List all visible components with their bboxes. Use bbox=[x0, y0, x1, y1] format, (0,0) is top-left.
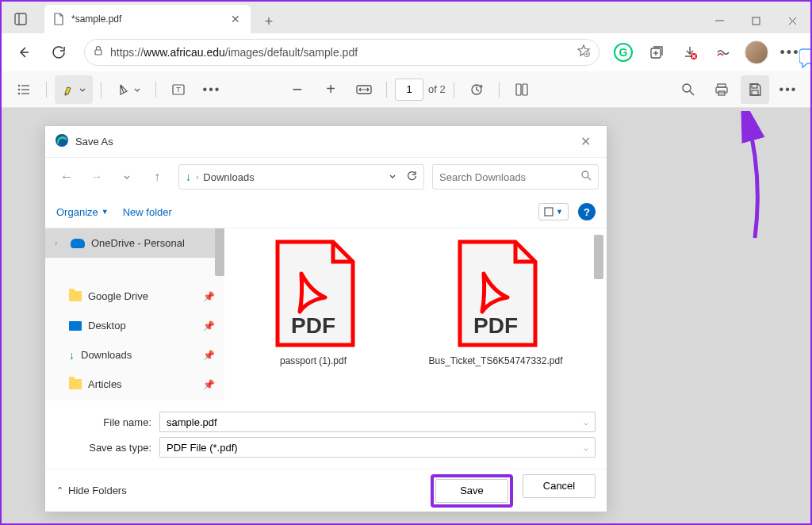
page-count: of 2 bbox=[428, 83, 446, 95]
address-bar[interactable]: https://www.africau.edu/images/default/s… bbox=[84, 39, 599, 66]
zoom-in-button[interactable]: + bbox=[316, 75, 345, 104]
onedrive-icon bbox=[71, 239, 85, 248]
sidebar-item-desktop[interactable]: Desktop 📌 bbox=[45, 311, 224, 340]
cancel-button[interactable]: Cancel bbox=[523, 474, 596, 498]
draw-button[interactable] bbox=[109, 75, 147, 104]
refresh-location-button[interactable] bbox=[406, 171, 417, 184]
add-text-button[interactable]: T bbox=[164, 75, 193, 104]
location-bar[interactable]: ↓ › Downloads bbox=[178, 164, 424, 190]
favorite-icon[interactable] bbox=[576, 44, 591, 61]
dialog-title: Save As bbox=[75, 136, 567, 148]
sidebar-item-articles[interactable]: Articles 📌 bbox=[45, 370, 224, 399]
back-button[interactable] bbox=[8, 36, 40, 68]
sidebar-item-onedrive[interactable]: › OneDrive - Personal bbox=[45, 228, 224, 258]
page-view-button[interactable] bbox=[508, 75, 536, 104]
nav-back-button[interactable]: ← bbox=[53, 163, 80, 190]
search-box[interactable] bbox=[432, 164, 599, 190]
rotate-button[interactable] bbox=[462, 75, 491, 104]
title-bar: *sample.pdf ✕ + bbox=[2, 2, 810, 33]
nav-up-button[interactable]: ↑ bbox=[144, 163, 170, 190]
save-button-highlight: Save bbox=[431, 474, 513, 508]
folder-icon bbox=[69, 291, 82, 301]
help-button[interactable]: ? bbox=[578, 203, 596, 220]
file-item[interactable]: PDF passport (1).pdf bbox=[234, 238, 393, 391]
tab-actions-button[interactable] bbox=[2, 5, 40, 33]
pin-icon: 📌 bbox=[203, 350, 215, 361]
filename-input[interactable]: sample.pdf⌵ bbox=[159, 412, 596, 432]
organize-button[interactable]: Organize ▼ bbox=[56, 206, 109, 218]
url-text: https://www.africau.edu/images/default/s… bbox=[110, 46, 570, 59]
browser-tab[interactable]: *sample.pdf ✕ bbox=[44, 5, 251, 33]
desktop-icon bbox=[69, 321, 82, 331]
files-scrollbar[interactable] bbox=[594, 235, 603, 279]
new-tab-button[interactable]: + bbox=[257, 10, 281, 33]
performance-icon[interactable] bbox=[709, 38, 737, 67]
print-button[interactable] bbox=[707, 75, 736, 104]
pdf-toolbar: T ••• − + of 2 ••• bbox=[2, 71, 810, 108]
contents-button[interactable] bbox=[10, 75, 38, 104]
svg-text:PDF: PDF bbox=[291, 313, 335, 338]
hide-folders-button[interactable]: ⌃ Hide Folders bbox=[56, 485, 127, 496]
page-number-input[interactable] bbox=[395, 79, 423, 101]
collections-icon[interactable] bbox=[642, 38, 671, 67]
svg-rect-7 bbox=[95, 50, 102, 55]
svg-rect-27 bbox=[516, 84, 521, 95]
zoom-out-button[interactable]: − bbox=[283, 75, 312, 104]
more-tools-button[interactable]: ••• bbox=[197, 75, 226, 104]
pdf-more-button[interactable]: ••• bbox=[774, 75, 802, 104]
sidebar-item-gdrive[interactable]: Google Drive 📌 bbox=[45, 282, 224, 311]
bing-chat-icon[interactable] bbox=[799, 46, 812, 68]
svg-point-21 bbox=[18, 92, 20, 94]
profile-avatar[interactable] bbox=[742, 38, 771, 67]
sidebar-scrollbar[interactable] bbox=[215, 228, 224, 276]
svg-text:T: T bbox=[176, 86, 181, 94]
lock-icon bbox=[93, 45, 104, 59]
find-button[interactable] bbox=[674, 75, 703, 104]
filename-label: File name: bbox=[56, 416, 159, 428]
grammarly-icon[interactable]: G bbox=[609, 38, 638, 67]
downloads-icon: ↓ bbox=[69, 349, 75, 362]
highlight-button[interactable] bbox=[55, 75, 93, 104]
file-icon bbox=[52, 13, 65, 25]
file-item[interactable]: PDF Bus_Ticket_TS6K54747332.pdf bbox=[416, 238, 575, 391]
nav-forward-button[interactable]: → bbox=[83, 163, 110, 190]
svg-rect-32 bbox=[716, 87, 727, 93]
svg-rect-3 bbox=[753, 17, 760, 25]
refresh-button[interactable] bbox=[43, 36, 75, 68]
downloads-icon[interactable] bbox=[676, 38, 704, 67]
maximize-button[interactable] bbox=[737, 8, 774, 33]
edge-icon bbox=[55, 133, 69, 151]
file-name: passport (1).pdf bbox=[280, 355, 347, 368]
nav-recent-button[interactable] bbox=[113, 163, 140, 190]
dialog-close-button[interactable]: ✕ bbox=[573, 130, 597, 154]
new-folder-button[interactable]: New folder bbox=[123, 206, 172, 218]
svg-text:PDF: PDF bbox=[473, 313, 518, 338]
dialog-toolbar: Organize ▼ New folder ▼ ? bbox=[45, 196, 607, 228]
close-tab-button[interactable]: ✕ bbox=[228, 12, 243, 26]
search-input[interactable] bbox=[439, 171, 576, 183]
folder-icon bbox=[69, 379, 82, 389]
nav-bar: https://www.africau.edu/images/default/s… bbox=[2, 33, 810, 71]
fit-width-button[interactable] bbox=[350, 75, 378, 104]
svg-rect-34 bbox=[752, 84, 757, 88]
svg-point-17 bbox=[18, 84, 20, 86]
pin-icon: 📌 bbox=[203, 291, 215, 302]
svg-point-29 bbox=[683, 84, 691, 92]
dialog-nav-bar: ← → ↑ ↓ › Downloads bbox=[45, 158, 607, 196]
save-button[interactable]: Save bbox=[435, 479, 508, 503]
view-options-button[interactable]: ▼ bbox=[538, 203, 569, 220]
sidebar-item-downloads[interactable]: ↓ Downloads 📌 bbox=[45, 340, 224, 370]
svg-point-37 bbox=[582, 171, 588, 178]
pdf-icon: PDF bbox=[266, 238, 361, 349]
save-pdf-button[interactable] bbox=[741, 75, 769, 104]
downloads-icon: ↓ bbox=[186, 171, 191, 183]
savetype-label: Save as type: bbox=[56, 442, 159, 454]
dialog-body: › OneDrive - Personal Google Drive 📌 Des… bbox=[45, 228, 607, 400]
window-controls bbox=[701, 8, 810, 33]
savetype-select[interactable]: PDF File (*.pdf)⌵ bbox=[159, 437, 596, 458]
svg-rect-39 bbox=[545, 208, 553, 216]
minimize-button[interactable] bbox=[701, 8, 737, 33]
save-as-dialog: Save As ✕ ← → ↑ ↓ › Downloads Organize ▼… bbox=[44, 125, 607, 512]
close-window-button[interactable] bbox=[774, 8, 810, 33]
svg-rect-35 bbox=[752, 90, 758, 95]
